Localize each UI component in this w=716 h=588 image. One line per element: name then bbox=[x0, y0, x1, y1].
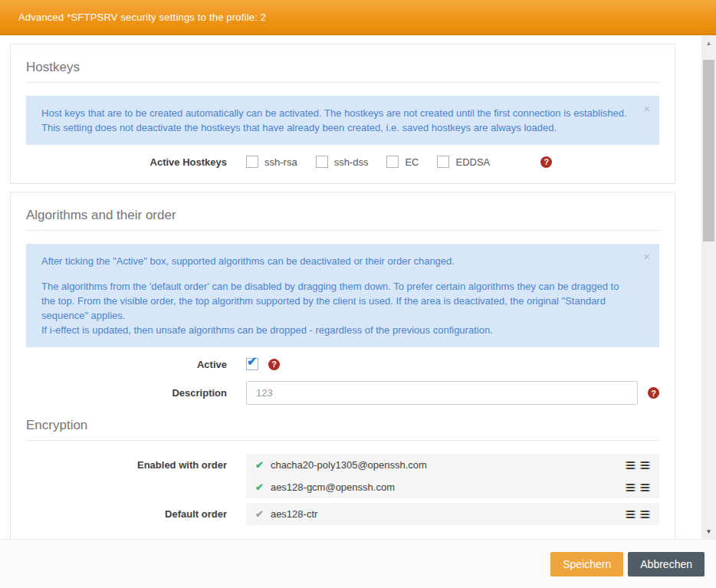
checkbox-label: EDDSA bbox=[455, 156, 490, 168]
section-divider bbox=[26, 82, 659, 83]
hostkey-checkbox-group: ssh-rsa ssh-dss EC EDDSA ? bbox=[246, 156, 659, 168]
scrollbar-thumb[interactable] bbox=[703, 60, 714, 241]
check-icon: ✔ bbox=[255, 481, 264, 493]
list-item[interactable]: ✔ aes128-ctr bbox=[246, 503, 659, 525]
modal-header: Advanced *SFTPSRV security settings to t… bbox=[0, 0, 716, 35]
drag-handles bbox=[621, 484, 650, 491]
checkbox-box[interactable] bbox=[437, 156, 449, 168]
drag-handle-icon[interactable] bbox=[640, 462, 650, 469]
modal-body: Hostkeys Host keys that are to be create… bbox=[0, 35, 687, 539]
checkbox-eddsa[interactable]: EDDSA bbox=[437, 156, 490, 168]
modal-title: Advanced *SFTPSRV security settings to t… bbox=[18, 11, 266, 23]
save-button[interactable]: Speichern bbox=[550, 552, 623, 577]
algorithm-name: aes128-ctr bbox=[271, 508, 621, 520]
enabled-with-order-label: Enabled with order bbox=[26, 454, 246, 471]
help-icon[interactable]: ? bbox=[648, 387, 659, 399]
checkmark-icon: ✔ bbox=[247, 356, 257, 368]
list-item[interactable]: ✔ chacha20-poly1305@openssh.com bbox=[246, 454, 659, 476]
section-divider bbox=[26, 230, 659, 231]
drag-handle-icon[interactable] bbox=[640, 511, 650, 518]
active-label: Active bbox=[26, 359, 246, 370]
default-algorithms-list: ✔ aes128-ctr bbox=[246, 503, 659, 525]
help-icon[interactable]: ? bbox=[540, 156, 552, 168]
hostkeys-info-alert: Host keys that are to be created automat… bbox=[26, 96, 659, 145]
list-item[interactable]: ✔ aes128-gcm@openssh.com bbox=[246, 476, 659, 498]
check-icon: ✔ bbox=[255, 508, 264, 520]
algorithms-info-alert: After ticking the "Active" box, supporte… bbox=[26, 244, 659, 347]
active-checkbox[interactable]: ✔ bbox=[246, 358, 258, 370]
encryption-section-title: Encryption bbox=[26, 418, 659, 433]
hostkeys-section-title: Hostkeys bbox=[26, 60, 659, 75]
checkbox-box[interactable] bbox=[316, 156, 328, 168]
drag-handles bbox=[621, 511, 650, 518]
active-hostkeys-label: Active Hostkeys bbox=[26, 156, 246, 168]
active-hostkeys-row: Active Hostkeys ssh-rsa ssh-dss EC EDDSA bbox=[26, 156, 659, 168]
scroll-down-icon[interactable]: ▼ bbox=[701, 525, 716, 537]
algorithms-panel: Algorithms and their order After ticking… bbox=[10, 192, 675, 539]
section-divider bbox=[26, 440, 659, 441]
help-icon[interactable]: ? bbox=[268, 359, 280, 370]
hostkeys-info-text: Host keys that are to be created automat… bbox=[41, 106, 629, 135]
vertical-scrollbar[interactable]: ▲ ▼ bbox=[701, 35, 716, 539]
enabled-algorithms-list: ✔ chacha20-poly1305@openssh.com ✔ aes128… bbox=[246, 454, 659, 498]
algorithms-section-title: Algorithms and their order bbox=[26, 208, 659, 223]
drag-handle-icon[interactable] bbox=[640, 484, 650, 491]
active-row: Active ✔ ? bbox=[26, 358, 659, 370]
close-icon[interactable]: × bbox=[643, 251, 650, 262]
algorithm-name: chacha20-poly1305@openssh.com bbox=[271, 459, 621, 471]
checkbox-label: EC bbox=[405, 156, 419, 168]
checkbox-ec[interactable]: EC bbox=[386, 156, 419, 168]
hostkeys-panel: Hostkeys Host keys that are to be create… bbox=[10, 44, 675, 184]
enabled-with-order-row: Enabled with order ✔ chacha20-poly1305@o… bbox=[26, 454, 659, 498]
algorithms-info-p2: The algorithms from the 'default order' … bbox=[41, 279, 629, 323]
scroll-up-icon[interactable]: ▲ bbox=[701, 37, 716, 49]
drag-handles bbox=[621, 462, 650, 469]
drag-handle-icon[interactable] bbox=[626, 484, 636, 491]
close-icon[interactable]: × bbox=[643, 103, 650, 114]
checkbox-label: ssh-dss bbox=[334, 156, 369, 168]
check-icon: ✔ bbox=[255, 459, 264, 471]
description-label: Description bbox=[26, 387, 246, 399]
algorithm-name: aes128-gcm@openssh.com bbox=[271, 481, 621, 493]
checkbox-label: ssh-rsa bbox=[264, 156, 297, 168]
algorithms-info-p3: If i-effect is updated, then unsafe algo… bbox=[41, 323, 629, 337]
drag-handle-icon[interactable] bbox=[626, 462, 636, 469]
drag-handle-icon[interactable] bbox=[626, 511, 636, 518]
modal-footer: Speichern Abbrechen bbox=[0, 539, 716, 588]
description-row: Description ? bbox=[26, 381, 659, 405]
checkbox-box[interactable] bbox=[386, 156, 399, 168]
checkbox-box[interactable] bbox=[246, 156, 258, 168]
checkbox-ssh-rsa[interactable]: ssh-rsa bbox=[246, 156, 297, 168]
default-order-row: Default order ✔ aes128-ctr bbox=[26, 503, 659, 525]
algorithms-info-p1: After ticking the "Active" box, supporte… bbox=[41, 254, 629, 268]
checkbox-ssh-dss[interactable]: ssh-dss bbox=[316, 156, 369, 168]
description-input[interactable] bbox=[246, 381, 638, 405]
cancel-button[interactable]: Abbrechen bbox=[628, 552, 705, 577]
default-order-label: Default order bbox=[26, 503, 246, 520]
